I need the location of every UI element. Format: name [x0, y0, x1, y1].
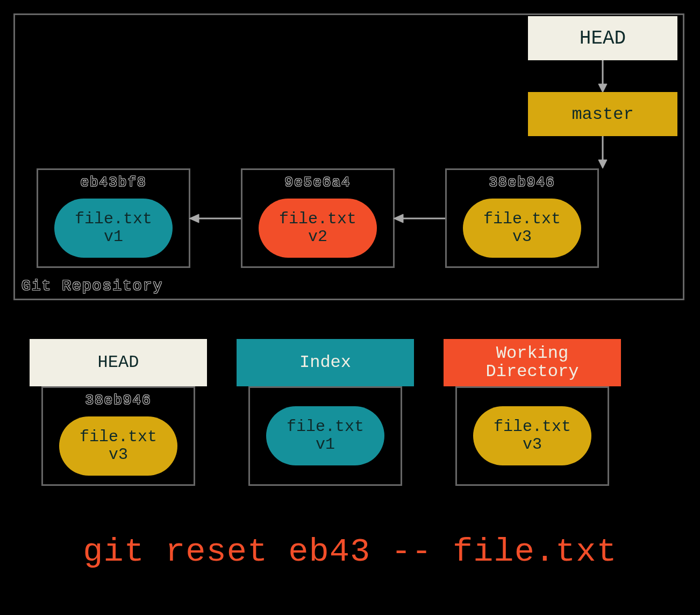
- file-name: file.txt: [75, 210, 152, 228]
- file-pill: file.txt v3: [473, 406, 591, 465]
- head-ref-box: HEAD: [528, 16, 677, 60]
- commit-box-38eb946: 38eb946 file.txt v3: [445, 168, 599, 268]
- svg-marker-3: [598, 160, 607, 168]
- file-name: file.txt: [279, 210, 356, 228]
- file-version: v3: [512, 228, 532, 246]
- file-version: v1: [104, 228, 123, 246]
- file-name: file.txt: [494, 418, 571, 436]
- file-pill: file.txt v2: [259, 199, 377, 258]
- file-version: v1: [316, 436, 335, 454]
- working-directory-tree-header: Working Directory: [444, 339, 621, 386]
- commit-box-eb43bf8: eb43bf8 file.txt v1: [37, 168, 190, 268]
- file-name: file.txt: [287, 418, 364, 436]
- git-command: git reset eb43 -- file.txt: [0, 533, 700, 571]
- working-directory-tree-box: file.txt v3: [455, 386, 609, 486]
- svg-marker-5: [189, 214, 199, 223]
- svg-marker-1: [598, 84, 607, 93]
- arrow-head-to-master: [597, 60, 609, 93]
- commit-box-9e5e6a4: 9e5e6a4 file.txt v2: [241, 168, 395, 268]
- arrow-commit3-to-commit2: [394, 213, 446, 224]
- file-pill: file.txt v1: [266, 406, 384, 465]
- commit-hash: 9e5e6a4: [242, 174, 393, 190]
- file-version: v3: [523, 436, 542, 454]
- file-version: v2: [308, 228, 327, 246]
- master-branch-box: master: [528, 92, 677, 136]
- file-version: v3: [109, 446, 128, 464]
- index-tree-header: Index: [237, 339, 414, 386]
- file-pill: file.txt v3: [463, 199, 581, 258]
- arrow-commit2-to-commit1: [189, 213, 242, 224]
- commit-hash: eb43bf8: [38, 174, 189, 190]
- head-tree-box: 38eb946 file.txt v3: [41, 386, 195, 486]
- git-repository-label: Git Repository: [22, 278, 163, 294]
- file-name: file.txt: [80, 428, 157, 446]
- head-tree-hash: 38eb946: [43, 392, 194, 408]
- index-tree-box: file.txt v1: [248, 386, 402, 486]
- file-pill: file.txt v1: [54, 199, 173, 258]
- commit-hash: 38eb946: [447, 174, 597, 190]
- svg-marker-7: [394, 214, 403, 223]
- head-tree-header: HEAD: [30, 339, 207, 386]
- arrow-master-to-commit: [597, 136, 609, 168]
- file-pill: file.txt v3: [59, 416, 177, 476]
- file-name: file.txt: [483, 210, 561, 228]
